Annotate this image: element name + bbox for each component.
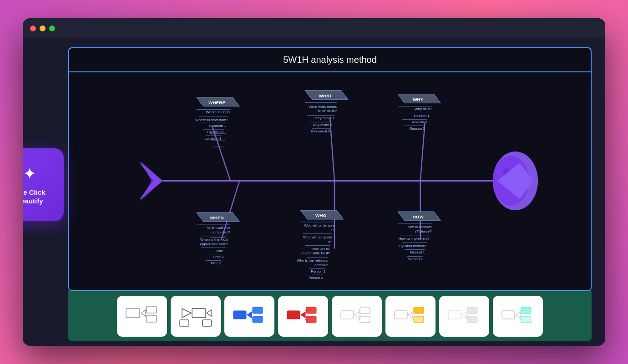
svg-rect-116	[341, 311, 354, 319]
svg-rect-134	[502, 311, 515, 319]
svg-text:WHO: WHO	[315, 213, 327, 218]
svg-text:WHY: WHY	[413, 97, 424, 102]
svg-text:responsible for it?: responsible for it?	[301, 251, 330, 255]
svg-text:Location 1: Location 1	[209, 124, 226, 128]
svg-text:Time 1: Time 1	[215, 249, 226, 253]
svg-rect-119	[360, 316, 370, 323]
beautify-icon: ✦	[23, 164, 36, 183]
svg-rect-110	[287, 311, 300, 319]
svg-rect-96	[147, 315, 157, 322]
fishbone-diagram: WHERE Where to do it? Where to start fro…	[69, 72, 591, 289]
style-card-2[interactable]	[171, 296, 221, 337]
svg-text:Key event 3: Key event 3	[311, 129, 330, 133]
svg-marker-111	[301, 312, 305, 318]
svg-text:WHAT: WHAT	[319, 93, 332, 98]
svg-rect-93	[126, 308, 140, 318]
svg-text:HOW: HOW	[413, 214, 424, 219]
svg-text:WHEN: WHEN	[210, 215, 223, 220]
svg-rect-130	[467, 307, 477, 313]
diagram-container: 5W1H analysis method	[68, 47, 592, 291]
svg-rect-103	[203, 320, 212, 326]
svg-marker-105	[247, 312, 252, 318]
svg-text:it?: it?	[331, 228, 335, 232]
svg-rect-112	[306, 307, 316, 313]
main-area: 5W1H analysis method	[23, 38, 605, 346]
svg-rect-137	[521, 316, 531, 323]
svg-rect-118	[360, 307, 370, 313]
svg-rect-122	[395, 311, 407, 319]
svg-rect-104	[233, 311, 246, 319]
svg-text:Reason 3: Reason 3	[410, 126, 425, 131]
svg-text:Key event 1: Key event 1	[315, 116, 335, 120]
svg-text:Where to start from?: Where to start from?	[195, 118, 228, 122]
style-card-4[interactable]	[278, 296, 328, 337]
style-card-6[interactable]	[385, 296, 436, 337]
style-card-3[interactable]	[224, 296, 274, 337]
close-button[interactable]	[30, 25, 36, 31]
svg-rect-136	[521, 307, 531, 313]
style-card-5[interactable]	[332, 296, 382, 337]
style-card-1[interactable]	[117, 296, 167, 337]
svg-marker-129	[462, 312, 466, 318]
svg-marker-135	[516, 312, 520, 318]
maximize-button[interactable]	[49, 25, 55, 31]
svg-text:it?: it?	[329, 240, 333, 244]
style-card-7[interactable]	[439, 296, 489, 337]
svg-text:Who will undertake: Who will undertake	[304, 223, 335, 228]
window-content: ✦ One ClickBeautify 5W1H analysis method	[23, 38, 605, 346]
svg-text:How to improve: How to improve	[406, 225, 432, 229]
svg-text:Reason 1: Reason 1	[414, 114, 430, 118]
svg-rect-95	[147, 306, 157, 313]
svg-text:How to implement?: How to implement?	[399, 237, 430, 241]
svg-rect-102	[180, 320, 189, 326]
svg-text:Person 1: Person 1	[311, 269, 325, 273]
one-click-beautify-button[interactable]: ✦ One ClickBeautify	[23, 148, 64, 221]
svg-rect-128	[448, 311, 461, 319]
svg-text:Why do it?: Why do it?	[415, 107, 432, 111]
svg-text:Location 2: Location 2	[207, 130, 224, 134]
svg-text:Time 3: Time 3	[211, 261, 222, 265]
svg-text:WHERE: WHERE	[208, 100, 225, 105]
svg-text:When is the most: When is the most	[200, 238, 228, 242]
svg-rect-124	[414, 307, 424, 313]
svg-marker-123	[408, 312, 413, 318]
svg-marker-101	[207, 310, 211, 316]
svg-text:By what method?: By what method?	[399, 244, 427, 248]
svg-text:Time 2: Time 2	[213, 255, 224, 259]
svg-rect-131	[467, 316, 477, 323]
titlebar	[23, 18, 605, 38]
svg-text:Who will be: Who will be	[311, 247, 330, 251]
svg-text:Who is the relevant: Who is the relevant	[297, 258, 328, 263]
beautify-label: One ClickBeautify	[23, 188, 46, 206]
svg-marker-117	[355, 312, 359, 318]
app-window: ✦ One ClickBeautify 5W1H analysis method	[23, 18, 605, 346]
svg-rect-113	[306, 316, 316, 323]
svg-text:efficiency?: efficiency?	[415, 229, 432, 233]
svg-text:person?: person?	[314, 263, 328, 267]
svg-text:appropriate time?: appropriate time?	[200, 242, 228, 246]
svg-rect-100	[192, 308, 206, 318]
svg-rect-106	[253, 307, 263, 313]
style-card-8[interactable]	[493, 296, 543, 337]
svg-text:Where to do it?: Where to do it?	[206, 110, 231, 114]
svg-line-6	[420, 122, 425, 181]
svg-marker-94	[141, 310, 146, 316]
svg-text:Person 2: Person 2	[309, 276, 323, 280]
svg-text:Method 1: Method 1	[410, 250, 425, 254]
svg-text:to be done?: to be done?	[318, 109, 337, 113]
svg-marker-99	[182, 308, 191, 318]
minimize-button[interactable]	[40, 25, 46, 31]
svg-text:Method 2: Method 2	[408, 257, 423, 261]
diagram-title: 5W1H analysis method	[69, 48, 591, 72]
svg-rect-107	[253, 316, 263, 323]
svg-text:Reason 2: Reason 2	[412, 120, 428, 124]
style-toolbar	[68, 291, 592, 341]
svg-text:Who will complete: Who will complete	[303, 235, 333, 239]
svg-text:When will it be: When will it be	[207, 226, 231, 230]
svg-rect-125	[414, 316, 424, 323]
svg-text:completed?: completed?	[212, 230, 231, 234]
svg-text:Key event 2: Key event 2	[313, 123, 333, 127]
svg-line-4	[213, 126, 231, 181]
svg-text:What work needs: What work needs	[309, 105, 337, 109]
